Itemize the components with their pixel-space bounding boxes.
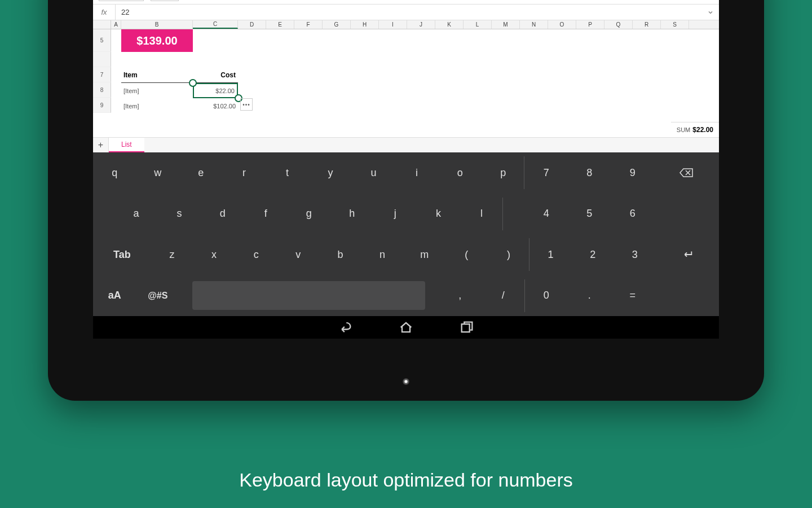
font-color-button[interactable]: A (277, 0, 289, 1)
fill-color-button[interactable] (259, 0, 271, 1)
symbols-key[interactable]: @#S (136, 275, 180, 317)
table-cell[interactable]: [Item] (121, 98, 193, 113)
collapse-ribbon-button[interactable] (701, 0, 713, 1)
column-header[interactable]: M (492, 20, 520, 29)
key-8[interactable]: 8 (568, 152, 611, 194)
key-,[interactable]: , (438, 275, 482, 317)
key-3[interactable]: 3 (614, 234, 656, 275)
tab-key[interactable]: Tab (93, 234, 151, 275)
column-header[interactable]: G (323, 20, 351, 29)
formula-input[interactable]: 22 (116, 8, 702, 16)
shift-key[interactable]: aA (93, 275, 136, 317)
key-u[interactable]: u (352, 152, 395, 194)
spacebar-key[interactable] (179, 275, 438, 317)
row-header[interactable]: 5 (93, 29, 111, 52)
row-header[interactable]: 9 (93, 98, 111, 113)
key-o[interactable]: o (438, 152, 482, 194)
key-y[interactable]: y (309, 152, 352, 194)
key-5[interactable]: 5 (568, 194, 611, 235)
key-f[interactable]: f (244, 194, 288, 235)
font-name-select[interactable]: Calibri (99, 0, 144, 1)
bold-button[interactable]: B (186, 0, 198, 1)
key-n[interactable]: n (361, 234, 404, 275)
key-i[interactable]: i (395, 152, 439, 194)
key-w[interactable]: w (136, 152, 180, 194)
underline-button[interactable]: U (222, 0, 234, 1)
key-b[interactable]: b (319, 234, 361, 275)
add-sheet-button[interactable]: + (93, 138, 109, 152)
selected-cell[interactable]: $22.00 (193, 83, 238, 98)
column-header[interactable]: D (238, 20, 266, 29)
table-cell[interactable]: [Item] (121, 83, 193, 98)
merge-button[interactable] (314, 0, 326, 1)
key-k[interactable]: k (417, 194, 460, 235)
enter-key[interactable] (656, 234, 719, 275)
table-cell[interactable]: $102.00 (193, 98, 238, 113)
key-z[interactable]: z (151, 234, 193, 275)
borders-button[interactable] (241, 0, 253, 1)
column-header[interactable]: B (121, 20, 193, 29)
cell-styles-button[interactable] (351, 0, 364, 1)
column-header[interactable]: I (379, 20, 407, 29)
select-all-corner[interactable] (93, 20, 111, 29)
key-.[interactable]: . (568, 275, 611, 317)
row-header[interactable]: 7 (93, 67, 111, 82)
column-header[interactable]: N (520, 20, 548, 29)
key-([interactable]: ( (445, 234, 488, 275)
key-9[interactable]: 9 (611, 152, 655, 194)
table-header-item[interactable]: Item (121, 68, 193, 83)
key-2[interactable]: 2 (572, 234, 614, 275)
key-6[interactable]: 6 (611, 194, 655, 235)
column-header[interactable]: K (435, 20, 464, 29)
key-c[interactable]: c (235, 234, 277, 275)
key-j[interactable]: j (374, 194, 417, 235)
wrap-text-button[interactable] (332, 0, 345, 1)
column-header[interactable]: H (351, 20, 379, 29)
home-button[interactable] (398, 319, 414, 335)
total-cell[interactable]: $139.00 (121, 29, 193, 52)
column-header[interactable]: A (111, 20, 121, 29)
column-header[interactable]: Q (604, 20, 633, 29)
key-l[interactable]: l (460, 194, 504, 235)
column-header[interactable]: O (548, 20, 576, 29)
back-button[interactable] (337, 319, 353, 335)
key-s[interactable]: s (158, 194, 201, 235)
column-header[interactable]: P (576, 20, 604, 29)
insert-table-button[interactable] (389, 0, 401, 1)
key-r[interactable]: r (223, 152, 266, 194)
key-7[interactable]: 7 (524, 152, 568, 194)
key-m[interactable]: m (403, 234, 445, 275)
key-a[interactable]: a (114, 194, 158, 235)
autofill-hint-button[interactable]: ••• (240, 98, 253, 111)
table-header-cost[interactable]: Cost (193, 68, 238, 83)
key-x[interactable]: x (193, 234, 235, 275)
key-h[interactable]: h (330, 194, 374, 235)
column-header[interactable]: F (294, 20, 323, 29)
key-q[interactable]: q (93, 152, 136, 194)
row-header[interactable]: 8 (93, 82, 111, 98)
key-t[interactable]: t (266, 152, 309, 194)
backspace-key[interactable] (654, 152, 719, 194)
key-4[interactable]: 4 (524, 194, 568, 235)
recent-apps-button[interactable] (459, 319, 475, 335)
key-0[interactable]: 0 (525, 275, 568, 317)
worksheet-grid[interactable]: 5 7 8 9 $139.00 Item Cost [Item] $22.00 … (93, 29, 719, 137)
key-=[interactable]: = (611, 275, 655, 317)
column-header[interactable]: J (407, 20, 435, 29)
key-p[interactable]: p (482, 152, 525, 194)
sheet-tab[interactable]: List (109, 138, 144, 152)
column-header[interactable]: L (464, 20, 492, 29)
sort-asc-button[interactable]: AZ↓ (444, 0, 456, 1)
column-header[interactable]: R (633, 20, 661, 29)
key-1[interactable]: 1 (529, 234, 572, 275)
align-left-button[interactable] (296, 0, 308, 1)
row-header[interactable] (93, 52, 111, 67)
column-header[interactable]: S (661, 20, 689, 29)
key-d[interactable]: d (201, 194, 244, 235)
autosum-button[interactable]: Σ (426, 0, 438, 1)
key-e[interactable]: e (179, 152, 223, 194)
column-header[interactable]: E (266, 20, 294, 29)
find-button[interactable] (499, 0, 511, 1)
italic-button[interactable]: I (204, 0, 216, 1)
clear-button[interactable] (407, 0, 419, 1)
